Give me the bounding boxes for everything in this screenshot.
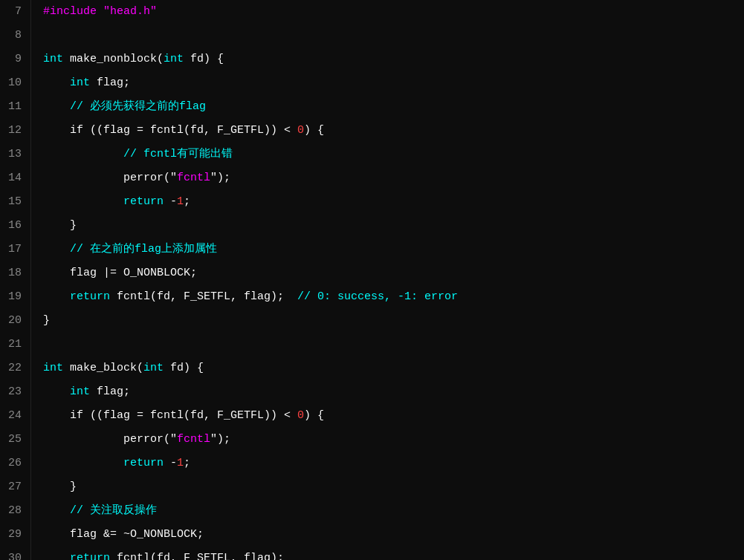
line-number: 27 <box>6 475 22 499</box>
code-line: return -1; <box>43 452 744 475</box>
line-number: 29 <box>6 523 22 547</box>
code-token: fcntl <box>177 433 210 446</box>
code-token: // 0: success, -1: error <box>297 290 458 303</box>
line-number: 14 <box>6 166 22 190</box>
code-token: ; <box>184 195 190 208</box>
code-token: } <box>43 481 77 493</box>
line-number: 20 <box>6 309 22 333</box>
code-line <box>43 24 744 48</box>
code-token: } <box>43 219 77 232</box>
code-line: // 必须先获得之前的flag <box>43 95 744 119</box>
code-line <box>43 333 744 356</box>
code-token: return <box>70 552 110 560</box>
line-number: 28 <box>6 499 22 523</box>
code-line: perror("fcntl"); <box>43 166 744 190</box>
code-token: if ((flag = fcntl(fd, F_GETFL)) < <box>70 124 297 137</box>
code-token: - <box>164 457 177 469</box>
code-line: // fcntl有可能出错 <box>43 143 744 166</box>
code-token: make_nonblock( <box>63 53 164 65</box>
code-token: fd) { <box>184 53 224 65</box>
code-token: ) { <box>304 409 324 422</box>
code-token: fd) { <box>164 362 204 374</box>
line-number: 13 <box>6 143 22 166</box>
code-token: if ((flag = fcntl(fd, F_GETFL)) < <box>70 409 297 422</box>
line-number: 8 <box>6 24 22 48</box>
code-line: flag |= O_NONBLOCK; <box>43 261 744 285</box>
line-numbers: 7891011121314151617181920212223242526272… <box>0 0 31 560</box>
code-token <box>43 457 97 469</box>
code-line: // 在之前的flag上添加属性 <box>43 238 744 261</box>
code-line: int make_block(int fd) { <box>43 356 744 380</box>
code-line: return fcntl(fd, F_SETFL, flag); <box>43 547 744 560</box>
code-token <box>43 433 97 446</box>
code-token: perror(" <box>97 433 177 446</box>
code-token <box>43 504 70 517</box>
code-token: return <box>123 457 164 469</box>
code-line: } <box>43 309 744 333</box>
code-line: flag &= ~O_NONBLOCK; <box>43 523 744 547</box>
line-number: 30 <box>6 547 22 560</box>
code-content: #include "head.h" int make_nonblock(int … <box>31 0 744 560</box>
code-token <box>43 552 70 560</box>
code-token <box>43 124 70 137</box>
code-token: 1 <box>177 195 184 208</box>
code-token: "); <box>210 172 230 184</box>
code-token <box>43 409 70 422</box>
code-line: perror("fcntl"); <box>43 428 744 452</box>
code-token <box>43 385 70 398</box>
code-token: } <box>43 314 50 327</box>
line-number: 11 <box>6 95 22 119</box>
code-line: // 关注取反操作 <box>43 499 744 523</box>
code-token: #include <box>43 5 103 18</box>
code-token <box>43 172 97 184</box>
code-token: flag; <box>90 385 130 398</box>
code-token: int <box>43 53 63 65</box>
line-number: 15 <box>6 190 22 214</box>
code-line: int flag; <box>43 380 744 404</box>
code-editor: 7891011121314151617181920212223242526272… <box>0 0 744 560</box>
code-token: 0 <box>297 409 304 422</box>
code-token <box>43 76 70 89</box>
code-token <box>43 100 70 113</box>
code-line: if ((flag = fcntl(fd, F_GETFL)) < 0) { <box>43 404 744 428</box>
code-token: // 关注取反操作 <box>70 504 157 517</box>
code-token: flag |= O_NONBLOCK; <box>43 267 197 279</box>
line-number: 23 <box>6 380 22 404</box>
line-number: 24 <box>6 404 22 428</box>
code-token: perror(" <box>97 172 177 184</box>
code-line: } <box>43 475 744 499</box>
line-number: 19 <box>6 285 22 309</box>
code-token: fcntl(fd, F_SETFL, flag); <box>110 552 284 560</box>
code-token: int <box>70 385 90 398</box>
code-token: int <box>143 362 164 374</box>
code-token: int <box>43 362 63 374</box>
code-token: "); <box>210 433 230 446</box>
code-token: int <box>164 53 184 65</box>
line-number: 10 <box>6 71 22 95</box>
line-number: 12 <box>6 119 22 143</box>
line-number: 18 <box>6 261 22 285</box>
code-token: flag &= ~O_NONBLOCK; <box>43 528 204 541</box>
code-token: return <box>123 195 164 208</box>
code-token: // fcntl有可能出错 <box>97 148 233 160</box>
line-number: 9 <box>6 48 22 71</box>
code-line: if ((flag = fcntl(fd, F_GETFL)) < 0) { <box>43 119 744 143</box>
code-line: int flag; <box>43 71 744 95</box>
code-token: flag; <box>90 76 130 89</box>
line-number: 22 <box>6 356 22 380</box>
code-token <box>43 243 70 255</box>
code-token: fcntl <box>177 172 210 184</box>
line-number: 16 <box>6 214 22 238</box>
code-token: 0 <box>297 124 304 137</box>
code-token: return <box>70 290 110 303</box>
code-token <box>43 148 97 160</box>
code-token <box>97 195 123 208</box>
code-token <box>43 195 97 208</box>
code-line: #include "head.h" <box>43 0 744 24</box>
line-number: 7 <box>6 0 22 24</box>
code-line: return fcntl(fd, F_SETFL, flag); // 0: s… <box>43 285 744 309</box>
code-token: make_block( <box>63 362 143 374</box>
line-number: 21 <box>6 333 22 356</box>
code-token: 1 <box>177 457 184 469</box>
code-token: "head.h" <box>103 5 157 18</box>
